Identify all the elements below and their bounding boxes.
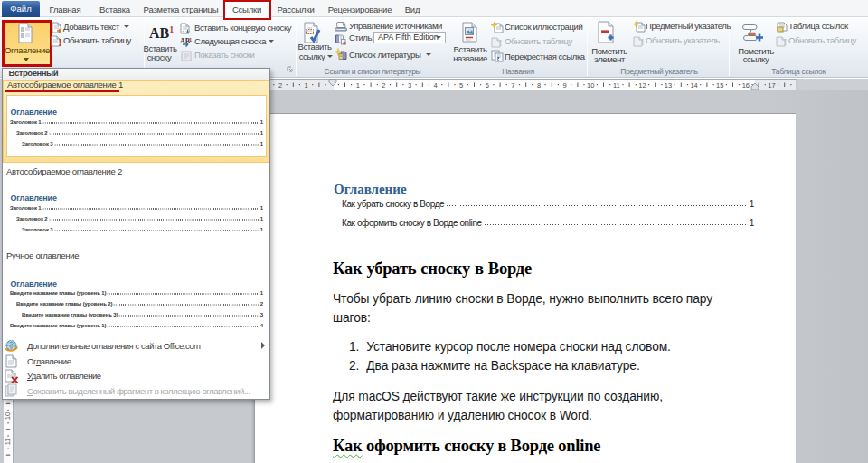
- svg-text:11: 11: [613, 81, 620, 90]
- svg-text:10: 10: [587, 81, 594, 90]
- svg-text:16: 16: [742, 81, 750, 90]
- svg-text:a: a: [183, 29, 185, 34]
- svg-text:4: 4: [434, 81, 438, 90]
- svg-text:!: !: [784, 37, 787, 47]
- svg-text:!: !: [59, 36, 62, 48]
- svg-text:17: 17: [768, 81, 775, 90]
- svg-text:15: 15: [716, 81, 723, 90]
- svg-text:2: 2: [278, 81, 282, 90]
- svg-text:6: 6: [486, 81, 489, 90]
- svg-text:1: 1: [356, 81, 360, 90]
- svg-text:12: 12: [638, 81, 646, 90]
- svg-text:1: 1: [189, 37, 193, 43]
- svg-text:5: 5: [459, 81, 463, 90]
- svg-text:!: !: [499, 38, 502, 48]
- svg-text:!: !: [641, 37, 644, 47]
- svg-text:9: 9: [563, 81, 567, 90]
- svg-text:14: 14: [690, 81, 697, 90]
- svg-text:3: 3: [408, 81, 411, 90]
- svg-text:1: 1: [305, 81, 308, 90]
- svg-text:2: 2: [382, 81, 385, 90]
- svg-text:8: 8: [537, 81, 541, 90]
- svg-text:7: 7: [511, 81, 514, 90]
- svg-text:11: 11: [4, 439, 12, 446]
- svg-text:13: 13: [665, 81, 672, 90]
- svg-text:10: 10: [4, 412, 12, 420]
